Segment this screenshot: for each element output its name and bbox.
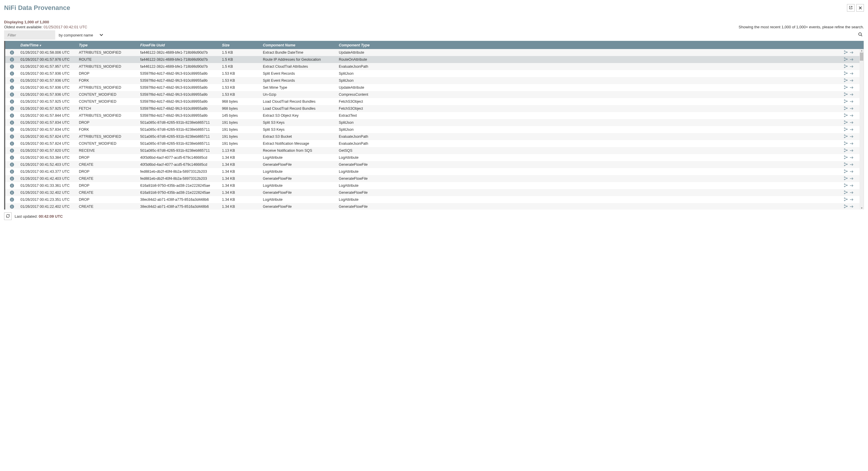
filter-mode-select[interactable]: by component name	[55, 30, 106, 40]
goto-icon[interactable]	[849, 127, 854, 132]
goto-icon[interactable]	[849, 99, 854, 104]
info-icon[interactable]: i	[10, 148, 14, 153]
info-icon[interactable]: i	[10, 205, 14, 209]
goto-icon[interactable]	[849, 120, 854, 125]
info-icon[interactable]: i	[10, 86, 14, 90]
lineage-icon[interactable]	[844, 162, 848, 167]
lineage-icon[interactable]	[844, 204, 848, 209]
info-icon[interactable]: i	[10, 113, 14, 117]
lineage-icon[interactable]	[844, 183, 848, 188]
info-icon[interactable]: i	[10, 176, 14, 181]
goto-icon[interactable]	[849, 190, 854, 195]
lineage-icon[interactable]	[844, 197, 848, 202]
lineage-icon[interactable]	[844, 134, 848, 139]
info-icon[interactable]: i	[10, 100, 14, 104]
goto-icon[interactable]	[849, 92, 854, 97]
info-icon[interactable]: i	[10, 65, 14, 69]
table-row[interactable]: i01/26/2017 00:41:32.402 UTCCREATE616a91…	[5, 189, 864, 196]
table-row[interactable]: i01/26/2017 00:41:57.936 UTCFORK53597f8d…	[5, 77, 864, 84]
goto-icon[interactable]	[849, 106, 854, 111]
table-row[interactable]: i01/26/2017 00:41:57.925 UTCCONTENT_MODI…	[5, 98, 864, 105]
table-row[interactable]: i01/26/2017 00:41:57.936 UTCATTRIBUTES_M…	[5, 84, 864, 91]
goto-icon[interactable]	[849, 64, 854, 69]
goto-icon[interactable]	[849, 50, 854, 55]
table-row[interactable]: i01/26/2017 00:41:53.384 UTCDROP40f3d6bd…	[5, 154, 864, 161]
lineage-icon[interactable]	[844, 190, 848, 195]
info-icon[interactable]: i	[10, 58, 14, 62]
info-icon[interactable]: i	[10, 121, 14, 125]
info-icon[interactable]: i	[10, 78, 14, 82]
info-icon[interactable]: i	[10, 51, 14, 55]
column-uuid[interactable]: FlowFile Uuid	[138, 43, 220, 47]
goto-icon[interactable]	[849, 113, 854, 118]
table-row[interactable]: i01/26/2017 00:41:57.824 UTCATTRIBUTES_M…	[5, 133, 864, 140]
info-icon[interactable]: i	[10, 128, 14, 132]
goto-icon[interactable]	[849, 176, 854, 181]
lineage-icon[interactable]	[844, 106, 848, 111]
lineage-icon[interactable]	[844, 127, 848, 132]
scrollbar[interactable]: ▴ ▾	[860, 49, 864, 209]
goto-icon[interactable]	[849, 71, 854, 76]
info-icon[interactable]: i	[10, 141, 14, 146]
table-row[interactable]: i01/26/2017 00:41:57.936 UTCDROP53597f8d…	[5, 70, 864, 77]
lineage-icon[interactable]	[844, 64, 848, 69]
goto-icon[interactable]	[849, 197, 854, 202]
table-row[interactable]: i01/26/2017 00:41:57.834 UTCDROP501a085c…	[5, 119, 864, 126]
column-size[interactable]: Size	[220, 43, 261, 47]
goto-icon[interactable]	[849, 78, 854, 83]
table-row[interactable]: i01/26/2017 00:41:22.402 UTCCREATE38ec84…	[5, 203, 864, 209]
lineage-icon[interactable]	[844, 148, 848, 153]
lineage-icon[interactable]	[844, 57, 848, 62]
goto-icon[interactable]	[849, 148, 854, 153]
table-row[interactable]: i01/26/2017 00:41:57.844 UTCATTRIBUTES_M…	[5, 112, 864, 119]
lineage-icon[interactable]	[844, 92, 848, 97]
lineage-icon[interactable]	[844, 169, 848, 174]
table-row[interactable]: i01/26/2017 00:41:52.403 UTCCREATE40f3d6…	[5, 161, 864, 168]
goto-icon[interactable]	[849, 169, 854, 174]
search-button[interactable]	[857, 31, 864, 39]
column-component-type[interactable]: Component Type	[337, 43, 842, 47]
table-row[interactable]: i01/26/2017 00:41:43.377 UTCDROPfed881eb…	[5, 168, 864, 175]
lineage-icon[interactable]	[844, 176, 848, 181]
info-icon[interactable]: i	[10, 183, 14, 188]
lineage-icon[interactable]	[844, 71, 848, 76]
filter-input[interactable]	[4, 30, 55, 40]
table-row[interactable]: i01/26/2017 00:41:57.936 UTCCONTENT_MODI…	[5, 91, 864, 98]
goto-icon[interactable]	[849, 204, 854, 209]
lineage-icon[interactable]	[844, 141, 848, 146]
info-icon[interactable]: i	[10, 163, 14, 167]
table-row[interactable]: i01/26/2017 00:41:57.957 UTCATTRIBUTES_M…	[5, 63, 864, 70]
info-icon[interactable]: i	[10, 71, 14, 75]
goto-icon[interactable]	[849, 141, 854, 146]
goto-icon[interactable]	[849, 155, 854, 160]
table-row[interactable]: i01/26/2017 00:41:57.834 UTCFORK501a085c…	[5, 126, 864, 133]
scroll-down-icon[interactable]: ▾	[860, 207, 863, 209]
close-button[interactable]: ✕	[856, 4, 864, 12]
info-icon[interactable]: i	[10, 156, 14, 160]
table-row[interactable]: i01/26/2017 00:41:57.976 UTCROUTEfa44612…	[5, 56, 864, 63]
column-datetime[interactable]: Date/Time▾	[19, 43, 77, 47]
scroll-thumb[interactable]	[860, 53, 863, 61]
goto-icon[interactable]	[849, 85, 854, 90]
goto-icon[interactable]	[849, 162, 854, 167]
info-icon[interactable]: i	[10, 106, 14, 111]
table-row[interactable]: i01/26/2017 00:41:58.006 UTCATTRIBUTES_M…	[5, 49, 864, 56]
table-row[interactable]: i01/26/2017 00:41:57.820 UTCRECEIVE501a0…	[5, 147, 864, 154]
table-row[interactable]: i01/26/2017 00:41:57.925 UTCFETCH53597f8…	[5, 105, 864, 112]
column-component-name[interactable]: Component Name	[261, 43, 337, 47]
info-icon[interactable]: i	[10, 135, 14, 139]
refresh-button[interactable]	[4, 212, 12, 220]
lineage-icon[interactable]	[844, 155, 848, 160]
goto-icon[interactable]	[849, 57, 854, 62]
info-icon[interactable]: i	[10, 191, 14, 195]
lineage-icon[interactable]	[844, 85, 848, 90]
info-icon[interactable]: i	[10, 170, 14, 174]
column-type[interactable]: Type	[77, 43, 138, 47]
lineage-icon[interactable]	[844, 99, 848, 104]
scroll-up-icon[interactable]: ▴	[860, 49, 863, 52]
table-row[interactable]: i01/26/2017 00:41:42.403 UTCCREATEfed881…	[5, 175, 864, 182]
lineage-icon[interactable]	[844, 113, 848, 118]
lineage-icon[interactable]	[844, 50, 848, 55]
table-row[interactable]: i01/26/2017 00:41:23.351 UTCDROP38ec84d2…	[5, 196, 864, 203]
lineage-icon[interactable]	[844, 78, 848, 83]
